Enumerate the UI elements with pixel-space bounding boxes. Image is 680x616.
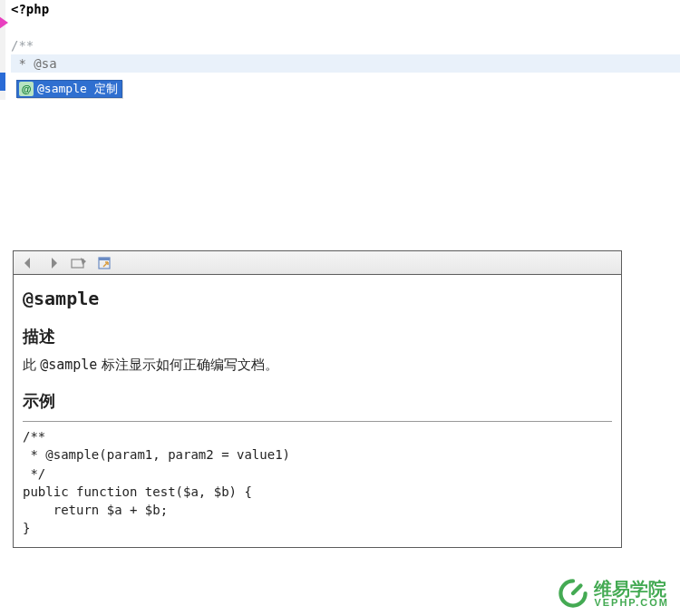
- code-line[interactable]: * @sa: [11, 54, 680, 73]
- watermark-en: VEPHP.COM: [594, 598, 669, 608]
- code-line[interactable]: [11, 18, 680, 36]
- doc-section-heading: 描述: [23, 326, 612, 347]
- gutter-highlight: [0, 73, 5, 91]
- doc-title: @sample: [23, 288, 612, 309]
- divider: [23, 421, 612, 422]
- svg-rect-2: [99, 258, 110, 260]
- logo-icon: [558, 578, 588, 609]
- open-external-button[interactable]: [95, 254, 113, 272]
- annotation-icon: @: [19, 82, 34, 96]
- current-line-marker-icon: [0, 16, 8, 29]
- doc-section-heading: 示例: [23, 390, 612, 412]
- code-editor[interactable]: <?php /** * @sa @ @sample 定制: [0, 0, 680, 73]
- doc-text: 此: [23, 357, 40, 372]
- forward-button[interactable]: [44, 254, 63, 272]
- autocomplete-popup[interactable]: @ @sample 定制: [16, 80, 122, 98]
- code-lines[interactable]: <?php /** * @sa: [0, 0, 680, 73]
- code-line[interactable]: <?php: [11, 0, 680, 18]
- doc-inline-code: @sample: [40, 357, 97, 373]
- code-line[interactable]: /**: [11, 36, 680, 54]
- watermark-cn: 维易学院: [594, 580, 669, 598]
- doc-description: 此 @sample 标注显示如何正确编写文档。: [23, 357, 612, 374]
- documentation-panel: @sample 描述 此 @sample 标注显示如何正确编写文档。 示例 /*…: [13, 250, 622, 548]
- autocomplete-item-label[interactable]: @sample 定制: [37, 81, 118, 97]
- doc-text: 标注显示如何正确编写文档。: [97, 357, 277, 372]
- doc-code-example: /** * @sample(param1, param2 = value1) *…: [23, 427, 612, 538]
- doc-toolbar: [14, 251, 621, 275]
- doc-body: @sample 描述 此 @sample 标注显示如何正确编写文档。 示例 /*…: [14, 275, 621, 547]
- watermark-logo: 维易学院 VEPHP.COM: [558, 578, 669, 609]
- edit-source-button[interactable]: [70, 254, 88, 272]
- watermark-text: 维易学院 VEPHP.COM: [594, 580, 669, 608]
- back-button[interactable]: [19, 254, 37, 272]
